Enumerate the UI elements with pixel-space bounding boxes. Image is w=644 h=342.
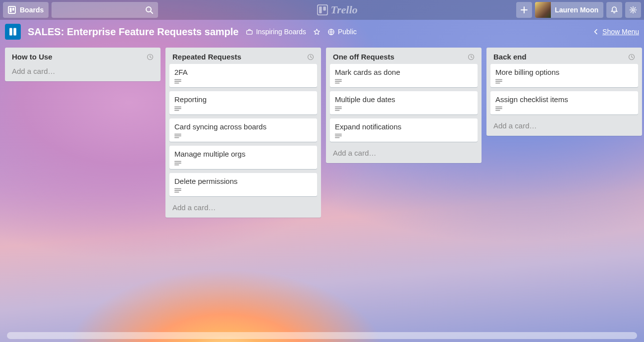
card[interactable]: Manage multiple orgs	[169, 146, 317, 169]
description-icon	[174, 133, 312, 139]
card-title: Delete permissions	[174, 177, 312, 185]
svg-rect-11	[247, 30, 252, 34]
chevron-left-icon	[592, 28, 599, 35]
team-label: Inspiring Boards	[256, 28, 306, 36]
card-title: Manage multiple orgs	[174, 150, 312, 158]
add-card-button[interactable]: Add a card…	[169, 200, 317, 213]
svg-rect-6	[319, 6, 322, 13]
svg-rect-7	[323, 6, 326, 10]
svg-rect-0	[8, 6, 15, 13]
notifications-button[interactable]	[606, 2, 622, 18]
list: Back endMore billing optionsAssign check…	[486, 48, 642, 136]
list-header: One off Requests	[330, 52, 478, 64]
svg-rect-9	[9, 28, 12, 36]
list-menu-button[interactable]	[147, 54, 154, 60]
settings-button[interactable]	[625, 2, 641, 18]
card-title: Multiple due dates	[335, 95, 473, 104]
globe-icon	[327, 28, 335, 36]
board-glyph-icon	[8, 27, 18, 37]
card[interactable]: More billing options	[490, 64, 638, 87]
briefcase-icon	[246, 28, 253, 36]
svg-rect-5	[317, 5, 327, 15]
list-title[interactable]: One off Requests	[333, 53, 394, 61]
board-icon	[8, 6, 16, 14]
description-icon	[335, 78, 473, 84]
card[interactable]: 2FA	[169, 64, 317, 87]
card-title: Expand notifications	[335, 122, 473, 131]
list: How to UseAdd a card…	[5, 48, 161, 81]
description-icon	[335, 106, 473, 112]
card[interactable]: Delete permissions	[169, 173, 317, 196]
svg-rect-10	[13, 28, 16, 36]
bell-icon	[610, 6, 618, 14]
card-title: Card syncing across boards	[174, 122, 312, 131]
description-icon	[495, 78, 633, 84]
board-header: SALES: Enterprise Feature Requests sampl…	[0, 20, 644, 44]
list-menu-button[interactable]	[628, 54, 635, 60]
card-title: Assign checklist items	[495, 95, 633, 104]
list: One off RequestsMark cards as doneMultip…	[326, 48, 482, 163]
card-title: Mark cards as done	[335, 68, 473, 76]
topbar: Boards Trello Lauren Moon	[0, 0, 644, 20]
create-button[interactable]	[516, 2, 532, 18]
card-title: 2FA	[174, 68, 312, 76]
visibility-label: Public	[338, 28, 357, 36]
description-icon	[174, 187, 312, 193]
trello-logo-text: Trello	[331, 3, 358, 16]
card[interactable]: Expand notifications	[330, 118, 478, 142]
clock-icon	[468, 54, 475, 60]
svg-rect-2	[12, 8, 14, 11]
list-menu-button[interactable]	[468, 54, 475, 60]
list-header: Repeated Requests	[169, 52, 317, 64]
card[interactable]: Multiple due dates	[330, 91, 478, 114]
board-canvas: How to UseAdd a card…Repeated Requests2F…	[0, 44, 644, 342]
boards-button[interactable]: Boards	[3, 2, 49, 18]
description-icon	[174, 160, 312, 166]
gear-icon	[629, 6, 637, 14]
horizontal-scrollbar[interactable]	[7, 332, 637, 339]
card[interactable]: Reporting	[169, 91, 317, 114]
add-card-button[interactable]: Add a card…	[490, 118, 638, 131]
search-input[interactable]	[52, 2, 158, 18]
team-link[interactable]: Inspiring Boards	[246, 28, 306, 36]
description-icon	[174, 106, 312, 112]
clock-icon	[628, 54, 635, 60]
clock-icon	[307, 54, 314, 60]
show-menu-button[interactable]: Show Menu	[592, 28, 639, 36]
list-menu-button[interactable]	[307, 54, 314, 60]
star-button[interactable]	[313, 28, 321, 36]
add-card-button[interactable]: Add a card…	[330, 146, 478, 158]
clock-icon	[147, 54, 154, 60]
user-menu[interactable]: Lauren Moon	[535, 2, 603, 18]
add-card-button[interactable]: Add a card…	[9, 64, 157, 76]
board-title[interactable]: SALES: Enterprise Feature Requests sampl…	[28, 26, 239, 38]
plus-icon	[520, 6, 528, 14]
user-name: Lauren Moon	[555, 6, 598, 14]
card-title: More billing options	[495, 68, 633, 76]
list-title[interactable]: How to Use	[12, 53, 53, 61]
card-title: Reporting	[174, 95, 312, 104]
list-title[interactable]: Repeated Requests	[172, 53, 241, 61]
search-icon	[145, 6, 153, 14]
svg-point-8	[632, 9, 634, 11]
list-header: Back end	[490, 52, 638, 64]
description-icon	[174, 78, 312, 84]
boards-button-label: Boards	[20, 6, 44, 14]
board-icon-badge	[5, 24, 21, 40]
trello-logo[interactable]: Trello	[317, 3, 358, 16]
avatar	[535, 2, 551, 18]
svg-rect-1	[10, 8, 12, 12]
star-icon	[313, 28, 321, 36]
card[interactable]: Mark cards as done	[330, 64, 478, 87]
description-icon	[495, 106, 633, 112]
card[interactable]: Assign checklist items	[490, 91, 638, 114]
list: Repeated Requests2FAReportingCard syncin…	[165, 48, 321, 218]
description-icon	[335, 133, 473, 139]
show-menu-label: Show Menu	[602, 28, 639, 36]
list-header: How to Use	[9, 52, 157, 64]
list-title[interactable]: Back end	[493, 53, 527, 61]
trello-logo-icon	[317, 4, 328, 15]
visibility-link[interactable]: Public	[327, 28, 357, 36]
card[interactable]: Card syncing across boards	[169, 118, 317, 142]
topbar-center: Trello	[161, 3, 513, 16]
